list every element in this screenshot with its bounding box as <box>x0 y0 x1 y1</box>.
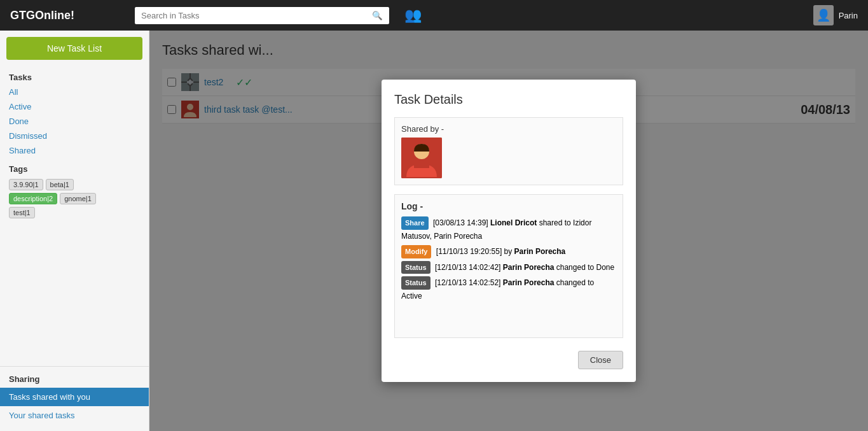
avatar-image <box>401 138 442 178</box>
sharing-section-title: Sharing <box>0 372 149 388</box>
modal-overlay: Task Details Shared by - <box>149 31 868 431</box>
tag-badge[interactable]: beta|1 <box>46 179 74 190</box>
sidebar-item-your-shared-tasks[interactable]: Your shared tasks <box>0 406 149 425</box>
modal-title: Task Details <box>394 92 623 107</box>
tag-badge-gnome[interactable]: gnome|1 <box>60 193 96 204</box>
tags-row-1: 3.9.90|1 beta|1 <box>9 179 140 190</box>
log-entry: Modify [11/10/13 19:20:55] by Parin Pore… <box>401 245 616 258</box>
log-content: Share [03/08/13 14:39] Lionel Dricot sha… <box>401 216 616 331</box>
main-layout: New Task List Tasks All Active Done Dism… <box>0 31 868 431</box>
svg-rect-8 <box>414 163 429 168</box>
share-badge: Share <box>401 216 429 230</box>
sidebar-item-tasks-shared-with-you[interactable]: Tasks shared with you <box>0 388 149 406</box>
user-avatar: 👤 <box>813 5 834 25</box>
sharing-section: Sharing Tasks shared with you Your share… <box>0 366 149 425</box>
task-details-modal: Task Details Shared by - <box>382 80 636 382</box>
sidebar-item-shared[interactable]: Shared <box>0 143 149 158</box>
tags-section-title: Tags <box>9 164 140 174</box>
tasks-section-title: Tasks <box>0 69 149 85</box>
tags-section: Tags 3.9.90|1 beta|1 description|2 gnome… <box>0 158 149 225</box>
close-button[interactable]: Close <box>578 351 623 369</box>
shared-by-section: Shared by - <box>394 117 623 185</box>
search-button[interactable]: 🔍 <box>366 7 389 24</box>
log-entry: Status [12/10/13 14:02:52] Parin Porecha… <box>401 276 616 302</box>
tag-badge[interactable]: 3.9.90|1 <box>9 179 43 190</box>
modal-footer: Close <box>394 347 623 369</box>
sidebar-item-dismissed[interactable]: Dismissed <box>0 129 149 143</box>
app-logo: GTGOnline! <box>10 9 125 22</box>
log-entry-text: [03/08/13 14:39] Lionel Dricot shared to… <box>401 218 591 241</box>
sidebar-item-active[interactable]: Active <box>0 99 149 114</box>
tag-badge-test[interactable]: test|1 <box>9 207 35 218</box>
log-entry-text: [11/10/13 19:20:55] by Parin Porecha <box>436 247 565 256</box>
tag-badge-description[interactable]: description|2 <box>9 193 57 204</box>
user-name: Parin <box>839 11 858 20</box>
log-entry: Status [12/10/13 14:02:42] Parin Porecha… <box>401 261 616 274</box>
status-badge: Status <box>401 261 431 274</box>
main-content: Tasks shared wi... test2 ✓✓ <box>149 31 868 431</box>
sidebar-item-all[interactable]: All <box>0 85 149 99</box>
log-title: Log - <box>401 201 616 211</box>
log-entry: Share [03/08/13 14:39] Lionel Dricot sha… <box>401 216 616 243</box>
sidebar-item-done[interactable]: Done <box>0 114 149 129</box>
status-badge: Status <box>401 276 431 290</box>
tags-row-2: description|2 gnome|1 <box>9 193 140 204</box>
shared-by-label: Shared by - <box>401 124 616 134</box>
tags-row-3: test|1 <box>9 207 140 218</box>
search-bar: 🔍 <box>135 7 389 24</box>
new-task-list-button[interactable]: New Task List <box>6 37 142 60</box>
user-menu[interactable]: 👤 Parin <box>813 5 858 25</box>
modify-badge: Modify <box>401 245 431 258</box>
search-input[interactable] <box>135 7 366 24</box>
log-entry-text: [12/10/13 14:02:42] Parin Porecha change… <box>435 263 614 272</box>
header: GTGOnline! 🔍 👥 👤 Parin <box>0 0 868 31</box>
shared-by-avatar <box>401 138 442 178</box>
sidebar: New Task List Tasks All Active Done Dism… <box>0 31 149 431</box>
log-section: Log - Share [03/08/13 14:39] Lionel Dric… <box>394 194 623 338</box>
group-icon[interactable]: 👥 <box>404 7 422 24</box>
